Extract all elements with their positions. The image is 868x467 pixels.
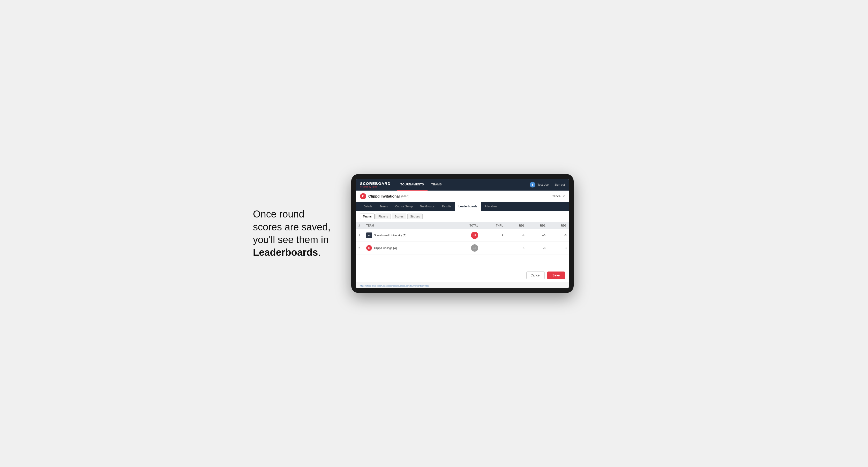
leaderboard-table: # TEAM TOTAL THRU RD1 RD2 RD3 1 xyxy=(356,222,569,254)
sub-tab-scores[interactable]: Scores xyxy=(392,214,406,219)
save-button[interactable]: Save xyxy=(547,272,565,279)
sidebar-line2: Leaderboards xyxy=(253,247,318,258)
status-url: https://stage-blue-coach.stagesscoreboar… xyxy=(360,285,429,287)
sub-tab-players[interactable]: Players xyxy=(376,214,391,219)
col-rd1: RD1 xyxy=(506,222,527,229)
tournament-header: C Clippd Invitational (Men) Cancel × xyxy=(356,191,569,202)
sub-tab-strokes[interactable]: Strokes xyxy=(407,214,423,219)
tab-bar: Details Teams Course Setup Tee Groups Re… xyxy=(356,202,569,211)
rd2-1: +5 xyxy=(527,229,548,242)
nav-separator: | xyxy=(552,183,553,186)
col-rd2: RD2 xyxy=(527,222,548,229)
sub-tab-teams[interactable]: Teams xyxy=(360,214,374,219)
tab-course-setup[interactable]: Course Setup xyxy=(392,202,416,211)
tablet: SCOREBOARD Powered by clippd Tournaments… xyxy=(351,174,574,293)
team-logo-1: SU xyxy=(366,232,372,238)
team-name-2: C Clippd College [A] xyxy=(364,242,454,254)
tournament-title: Clippd Invitational xyxy=(368,194,400,198)
rd1-1: -4 xyxy=(506,229,527,242)
thru-2: F xyxy=(481,242,506,254)
team-logo-2: C xyxy=(366,245,372,251)
footer: Cancel Save xyxy=(356,269,569,282)
rd3-1: -6 xyxy=(548,229,569,242)
col-total: TOTAL xyxy=(454,222,481,229)
logo-sub: Powered by clippd xyxy=(360,186,391,188)
tournament-icon: C xyxy=(360,193,366,199)
top-nav: SCOREBOARD Powered by clippd Tournaments… xyxy=(356,179,569,191)
nav-right: S Test User | Sign out xyxy=(530,182,565,187)
score-badge-1: -5 xyxy=(471,232,478,239)
table-header-row: # TEAM TOTAL THRU RD1 RD2 RD3 xyxy=(356,222,569,229)
total-2: +3 xyxy=(454,242,481,254)
nav-user-name: Test User xyxy=(537,183,549,186)
status-bar: https://stage-blue-coach.stagesscoreboar… xyxy=(356,282,569,288)
nav-link-tournaments[interactable]: Tournaments xyxy=(397,179,428,191)
col-rd3: RD3 xyxy=(548,222,569,229)
sidebar-text: Once round scores are saved, you'll see … xyxy=(253,208,336,259)
logo-sub-prefix: Powered by xyxy=(360,186,371,188)
nav-link-teams[interactable]: Teams xyxy=(428,179,445,191)
leaderboard-content: # TEAM TOTAL THRU RD1 RD2 RD3 1 xyxy=(356,222,569,269)
tab-teams[interactable]: Teams xyxy=(376,202,392,211)
logo-brand: clippd xyxy=(371,186,377,188)
rd3-2: +3 xyxy=(548,242,569,254)
tournament-cancel-button[interactable]: Cancel × xyxy=(551,194,565,198)
tablet-screen: SCOREBOARD Powered by clippd Tournaments… xyxy=(356,179,569,288)
logo-text: SCOREBOARD xyxy=(360,181,391,186)
tab-results[interactable]: Results xyxy=(438,202,455,211)
col-rank: # xyxy=(356,222,364,229)
total-1: -5 xyxy=(454,229,481,242)
tab-printables[interactable]: Printables xyxy=(481,202,501,211)
tab-details[interactable]: Details xyxy=(360,202,376,211)
col-team: TEAM xyxy=(364,222,454,229)
score-badge-2: +3 xyxy=(471,244,478,252)
sign-out-link[interactable]: Sign out xyxy=(555,183,565,186)
user-avatar: S xyxy=(530,182,535,187)
page-container: Once round scores are saved, you'll see … xyxy=(253,174,615,293)
nav-links: Tournaments Teams xyxy=(397,179,530,191)
thru-1: F xyxy=(481,229,506,242)
cancel-button[interactable]: Cancel xyxy=(526,272,545,279)
team-name-1: SU Scoreboard University [A] xyxy=(364,229,454,242)
close-icon: × xyxy=(563,194,565,198)
sidebar-line1: Once round scores are saved, you'll see … xyxy=(253,209,331,245)
table-row: 2 C Clippd College [A] +3 xyxy=(356,242,569,254)
tab-leaderboards[interactable]: Leaderboards xyxy=(455,202,481,211)
tab-tee-groups[interactable]: Tee Groups xyxy=(416,202,438,211)
rank-1: 1 xyxy=(356,229,364,242)
col-thru: THRU xyxy=(481,222,506,229)
logo-area: SCOREBOARD Powered by clippd xyxy=(360,181,391,188)
table-row: 1 SU Scoreboard University [A] -5 xyxy=(356,229,569,242)
sub-tabs: Teams Players Scores Strokes xyxy=(356,211,569,222)
rd1-2: +8 xyxy=(506,242,527,254)
rank-2: 2 xyxy=(356,242,364,254)
tournament-subtitle: (Men) xyxy=(401,194,409,198)
rd2-2: -8 xyxy=(527,242,548,254)
sidebar-period: . xyxy=(318,247,321,258)
